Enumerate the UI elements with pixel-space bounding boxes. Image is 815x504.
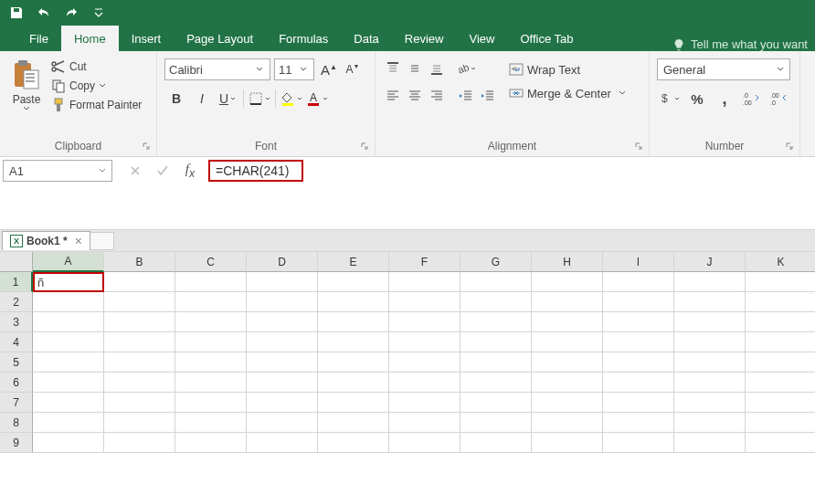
merge-center-button[interactable]: Merge & Center [507,84,628,102]
close-icon[interactable]: × [75,234,82,248]
align-right-button[interactable] [427,86,447,106]
cell[interactable] [746,393,815,413]
font-dialog-launcher[interactable] [358,140,371,152]
number-format-combo[interactable]: General [657,58,790,80]
cell[interactable] [247,312,318,332]
cell[interactable] [674,413,746,433]
cell[interactable] [389,272,460,292]
cell[interactable] [389,332,460,352]
column-header[interactable]: I [603,252,674,272]
cell[interactable] [603,292,674,312]
cell[interactable] [532,332,603,352]
cell[interactable] [247,373,318,393]
cell[interactable] [674,332,746,352]
cell[interactable] [674,312,746,332]
increase-font-button[interactable]: A▲ [320,60,338,79]
cell[interactable] [389,413,460,433]
tab-home[interactable]: Home [61,26,119,51]
column-header[interactable]: B [104,252,175,272]
cell[interactable] [318,373,389,393]
row-header[interactable]: 5 [0,352,33,373]
cell[interactable] [175,393,247,413]
column-header[interactable]: D [247,252,318,272]
cell[interactable] [175,373,247,393]
cell[interactable] [532,292,603,312]
column-header[interactable]: K [746,252,815,272]
cell[interactable] [175,272,247,292]
cell[interactable] [104,272,175,292]
increase-indent-button[interactable] [478,86,498,106]
cell[interactable] [674,433,746,453]
cell[interactable] [318,292,389,312]
cell[interactable] [247,332,318,352]
cell-a1[interactable]: ñ [33,272,104,292]
cell[interactable] [532,413,603,433]
increase-decimal-button[interactable]: .0.00 [739,88,765,110]
cell[interactable] [460,312,532,332]
cell[interactable] [33,373,104,393]
cell[interactable] [247,292,318,312]
column-header[interactable]: A [33,252,104,272]
cell[interactable] [746,332,815,352]
select-all-corner[interactable] [0,252,33,272]
cell[interactable] [104,393,175,413]
tab-data[interactable]: Data [341,26,391,51]
cell[interactable] [389,433,460,453]
cell[interactable] [460,272,532,292]
new-workbook-tab-button[interactable] [90,232,114,250]
cell[interactable] [318,393,389,413]
cell[interactable] [532,272,603,292]
italic-button[interactable]: I [190,88,214,110]
cell[interactable] [674,272,746,292]
cell[interactable] [104,292,175,312]
cell[interactable] [674,393,746,413]
row-header[interactable]: 1 [0,272,33,292]
redo-button[interactable] [58,1,84,25]
cell[interactable] [318,272,389,292]
cell[interactable] [460,393,532,413]
cell[interactable] [746,272,815,292]
decrease-font-button[interactable]: A▼ [344,60,362,79]
cell[interactable] [104,413,175,433]
cut-button[interactable]: Cut [49,58,143,75]
row-header[interactable]: 4 [0,332,33,352]
column-header[interactable]: E [318,252,389,272]
row-header[interactable]: 3 [0,312,33,332]
formula-input[interactable]: =CHAR(241) [208,160,303,182]
cell[interactable] [33,352,104,373]
cell[interactable] [603,352,674,373]
row-header[interactable]: 8 [0,413,33,433]
cell[interactable] [33,332,104,352]
column-header[interactable]: H [532,252,603,272]
row-header[interactable]: 9 [0,433,33,453]
align-bottom-button[interactable] [427,58,447,79]
qat-customize-button[interactable] [86,1,111,25]
format-painter-button[interactable]: Format Painter [49,97,143,113]
cancel-formula-button[interactable] [122,160,148,182]
cell[interactable] [532,433,603,453]
cell[interactable] [674,373,746,393]
name-box[interactable]: A1 [3,160,112,182]
decrease-decimal-button[interactable]: .00.0 [767,88,792,110]
cell[interactable] [389,373,460,393]
cell[interactable] [318,413,389,433]
font-name-combo[interactable]: Calibri [164,58,270,80]
tab-file[interactable]: File [16,26,61,51]
align-left-button[interactable] [383,86,403,106]
cell[interactable] [33,292,104,312]
cell[interactable] [603,312,674,332]
cell[interactable] [603,332,674,352]
cell[interactable] [603,433,674,453]
row-header[interactable]: 7 [0,393,33,413]
borders-button[interactable] [248,88,271,110]
cell[interactable] [318,352,389,373]
row-header[interactable]: 6 [0,373,33,393]
cell[interactable] [175,312,247,332]
cell[interactable] [460,373,532,393]
bold-button[interactable]: B [164,88,188,110]
cell[interactable] [532,352,603,373]
cell[interactable] [389,292,460,312]
cell[interactable] [746,292,815,312]
alignment-dialog-launcher[interactable] [632,140,645,152]
cell[interactable] [318,312,389,332]
